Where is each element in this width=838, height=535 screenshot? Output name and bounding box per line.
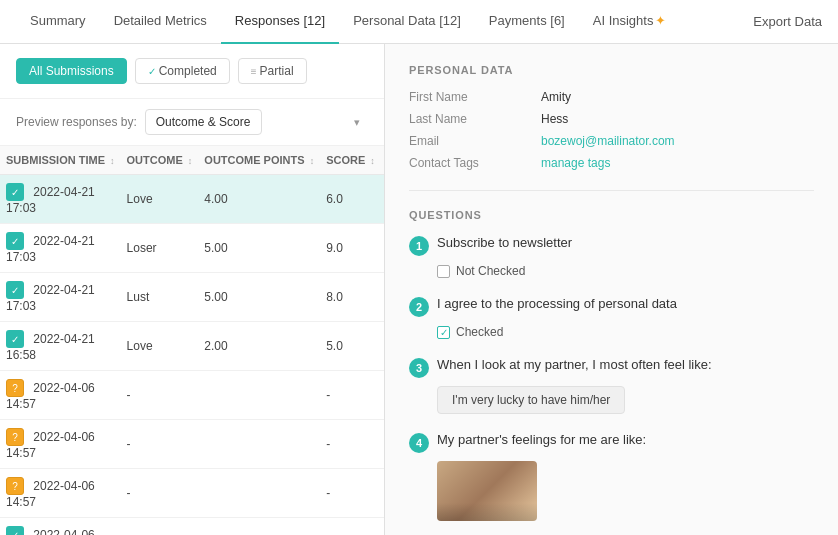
filter-partial-button[interactable]: ≡Partial (238, 58, 307, 84)
table-row[interactable]: ✓ 2022-04-21 17:03 Lust 5.00 8.0 🗑 (0, 273, 384, 322)
tab-personal-data[interactable]: Personal Data [12] (339, 0, 475, 44)
tab-responses[interactable]: Responses [12] (221, 0, 339, 44)
table-row[interactable]: ? 2022-04-06 14:57 - - 🗑 (0, 469, 384, 518)
checkbox-row: ✓ Checked (437, 325, 814, 339)
question-text: I agree to the processing of personal da… (437, 296, 677, 311)
cell-points (198, 371, 320, 420)
cell-outcome: - (121, 420, 199, 469)
question-number: 1 (409, 236, 429, 256)
cell-score: - (320, 371, 381, 420)
cell-points: 2.00 (198, 322, 320, 371)
export-data-button[interactable]: Export Data (753, 14, 822, 29)
preview-select[interactable]: Outcome & Score (145, 109, 262, 135)
questions-title: QUESTIONS (409, 209, 814, 221)
cell-outcome: Loser (121, 518, 199, 536)
checkbox-box[interactable] (437, 265, 450, 278)
question-header: 3 When I look at my partner, I most ofte… (409, 357, 814, 378)
cell-delete[interactable]: 🗑 (381, 175, 384, 224)
table-row[interactable]: ✓ 2022-04-21 17:03 Loser 5.00 9.0 🗑 (0, 224, 384, 273)
preview-row: Preview responses by: Outcome & Score (0, 99, 384, 146)
checkbox-box[interactable]: ✓ (437, 326, 450, 339)
cell-time: ✓ 2022-04-06 14:40 (0, 518, 121, 536)
cell-delete[interactable]: 🗑 (381, 518, 384, 536)
questions-container: 1 Subscribe to newsletter Not Checked 2 … (409, 235, 814, 521)
cell-time: ✓ 2022-04-21 17:03 (0, 273, 121, 322)
table-row[interactable]: ? 2022-04-06 14:57 - - 🗑 (0, 420, 384, 469)
orange-icon: ? (6, 428, 24, 446)
cell-time: ✓ 2022-04-21 17:03 (0, 175, 121, 224)
submissions-table: SUBMISSION TIME ↕ OUTCOME ↕ OUTCOME POIN… (0, 146, 384, 535)
teal-icon: ✓ (6, 232, 24, 250)
col-actions (381, 146, 384, 175)
preview-label: Preview responses by: (16, 115, 137, 129)
cell-points (198, 420, 320, 469)
cell-delete[interactable]: 🗑 (381, 322, 384, 371)
main-content: All Submissions ✓Completed ≡Partial Prev… (0, 44, 838, 535)
last-name-label: Last Name (409, 112, 529, 126)
left-panel: All Submissions ✓Completed ≡Partial Prev… (0, 44, 385, 535)
cell-time: ✓ 2022-04-21 17:03 (0, 224, 121, 273)
question-item: 2 I agree to the processing of personal … (409, 296, 814, 339)
first-name-label: First Name (409, 90, 529, 104)
question-item: 4 My partner's feelings for me are like: (409, 432, 814, 521)
filter-all-button[interactable]: All Submissions (16, 58, 127, 84)
question-header: 4 My partner's feelings for me are like: (409, 432, 814, 453)
cell-score: 6.0 (320, 175, 381, 224)
contact-tags-label: Contact Tags (409, 156, 529, 170)
col-score: SCORE ↕ (320, 146, 381, 175)
tab-summary[interactable]: Summary (16, 0, 100, 44)
cell-time: ? 2022-04-06 14:57 (0, 371, 121, 420)
teal-icon: ✓ (6, 526, 24, 535)
checkbox-label: Checked (456, 325, 503, 339)
tab-payments[interactable]: Payments [6] (475, 0, 579, 44)
teal-icon: ✓ (6, 281, 24, 299)
cell-outcome: - (121, 371, 199, 420)
check-icon: ✓ (148, 66, 156, 77)
cell-points: 5.00 (198, 273, 320, 322)
table-row[interactable]: ✓ 2022-04-21 17:03 Love 4.00 6.0 🗑 (0, 175, 384, 224)
checkbox-row: Not Checked (437, 264, 814, 278)
manage-tags-link[interactable]: manage tags (541, 156, 814, 170)
question-item: 3 When I look at my partner, I most ofte… (409, 357, 814, 414)
partial-icon: ≡ (251, 66, 257, 77)
table-row[interactable]: ? 2022-04-06 14:57 - - 🗑 (0, 371, 384, 420)
cell-delete[interactable]: 🗑 (381, 469, 384, 518)
preview-select-wrapper: Outcome & Score (145, 109, 368, 135)
cell-points: 5.00 (198, 224, 320, 273)
cell-time: ? 2022-04-06 14:57 (0, 420, 121, 469)
personal-data-grid: First Name Amity Last Name Hess Email bo… (409, 90, 814, 170)
question-header: 2 I agree to the processing of personal … (409, 296, 814, 317)
question-text: When I look at my partner, I most often … (437, 357, 712, 372)
cell-delete[interactable]: 🗑 (381, 273, 384, 322)
email-value[interactable]: bozewoj@mailinator.com (541, 134, 814, 148)
cell-time: ? 2022-04-06 14:57 (0, 469, 121, 518)
orange-icon: ? (6, 477, 24, 495)
first-name-value: Amity (541, 90, 814, 104)
top-navigation: Summary Detailed Metrics Responses [12] … (0, 0, 838, 44)
answer-pill: I'm very lucky to have him/her (437, 386, 625, 414)
personal-data-title: PERSONAL DATA (409, 64, 814, 76)
cell-score: 5.0 (320, 322, 381, 371)
teal-icon: ✓ (6, 183, 24, 201)
cell-outcome: Loser (121, 224, 199, 273)
cell-score: 9.0 (320, 224, 381, 273)
filter-completed-button[interactable]: ✓Completed (135, 58, 230, 84)
cell-outcome: Love (121, 175, 199, 224)
table-row[interactable]: ✓ 2022-04-21 16:58 Love 2.00 5.0 🗑 (0, 322, 384, 371)
checkbox-label: Not Checked (456, 264, 525, 278)
cell-score: 5.0 (320, 518, 381, 536)
cell-score: 8.0 (320, 273, 381, 322)
cell-score: - (320, 469, 381, 518)
cell-delete[interactable]: 🗑 (381, 371, 384, 420)
teal-icon: ✓ (6, 330, 24, 348)
orange-icon: ? (6, 379, 24, 397)
right-panel: PERSONAL DATA First Name Amity Last Name… (385, 44, 838, 535)
tab-ai-insights[interactable]: AI Insights✦ (579, 0, 681, 44)
cell-delete[interactable]: 🗑 (381, 420, 384, 469)
cell-outcome: Lust (121, 273, 199, 322)
tab-detailed-metrics[interactable]: Detailed Metrics (100, 0, 221, 44)
cell-points: 3.00 (198, 518, 320, 536)
col-submission-time: SUBMISSION TIME ↕ (0, 146, 121, 175)
cell-delete[interactable]: 🗑 (381, 224, 384, 273)
table-row[interactable]: ✓ 2022-04-06 14:40 Loser 3.00 5.0 🗑 (0, 518, 384, 536)
